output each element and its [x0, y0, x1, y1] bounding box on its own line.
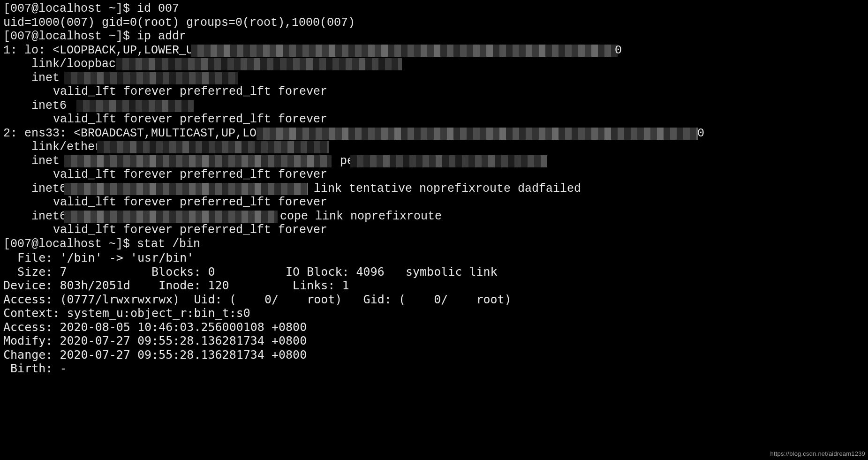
- redacted-trailing-char: 0: [697, 127, 704, 141]
- stat-file: File: '/bin' -> 'usr/bin': [3, 251, 868, 265]
- command-stat: stat /bin: [137, 237, 200, 251]
- watermark-text: https://blog.csdn.net/aidream1239: [770, 450, 865, 457]
- if2-valid1: valid_lft forever preferred_lft forever: [3, 168, 868, 182]
- redacted-block: [97, 141, 329, 153]
- stat-access-perm: Access: (0777/lrwxrwxrwx) Uid: ( 0/ root…: [3, 293, 868, 307]
- if2-inet6b-after-redacted: cope link noprefixroute: [280, 210, 442, 224]
- redacted-block: [191, 45, 618, 57]
- redacted-block: [64, 155, 332, 167]
- if1-link: link/loopback: [3, 57, 868, 71]
- redacted-block: [64, 183, 308, 195]
- stat-birth-time: Birth: -: [3, 362, 868, 376]
- redacted-trailing-char: 0: [615, 44, 622, 58]
- if2-header: 2: ens33: <BROADCAST,MULTICAST,UP,LOWER_…: [3, 127, 868, 141]
- stat-size: Size: 7 Blocks: 0 IO Block: 4096 symboli…: [3, 265, 868, 279]
- prompt-line-3: [007@localhost ~]$ stat /bin: [3, 237, 868, 251]
- if2-inet: inet pe global noprefixroute -33: [3, 154, 868, 168]
- if2-link: link/ether: [3, 140, 868, 154]
- if2-valid2: valid_lft forever preferred_lft forever: [3, 196, 868, 210]
- command-id: id 007: [137, 2, 179, 15]
- stat-modify-time: Modify: 2020-07-27 09:55:28.136281734 +0…: [3, 334, 868, 348]
- if2-valid3: valid_lft forever preferred_lft forever: [3, 223, 868, 237]
- if2-inet6a: inet6 link tentative noprefixroute dadfa…: [3, 182, 868, 196]
- prompt-line-2: [007@localhost ~]$ ip addr: [3, 30, 868, 44]
- prompt-line-1: [007@localhost ~]$ id 007: [3, 2, 868, 16]
- redacted-block: [350, 155, 547, 167]
- stat-context: Context: system_u:object_r:bin_t:s0: [3, 306, 868, 320]
- shell-prompt: [007@localhost ~]$: [3, 30, 137, 43]
- output-id: uid=1000(007) gid=0(root) groups=0(root)…: [3, 16, 868, 30]
- if1-valid1: valid_lft forever preferred_lft forever: [3, 85, 868, 99]
- shell-prompt: [007@localhost ~]$: [3, 237, 137, 251]
- redacted-block: [76, 100, 194, 112]
- shell-prompt: [007@localhost ~]$: [3, 2, 137, 15]
- redacted-block: [64, 72, 238, 84]
- stat-device: Device: 803h/2051d Inode: 120 Links: 1: [3, 279, 868, 293]
- redacted-block: [64, 211, 278, 223]
- if1-header: 1: lo: <LOOPBACK,UP,LOWER_UP> 0: [3, 44, 868, 58]
- redacted-block: [257, 128, 698, 140]
- redacted-block: [116, 58, 402, 70]
- command-ipaddr: ip addr: [137, 30, 186, 43]
- if2-inet6a-after-redacted: link tentative noprefixroute dadfailed: [314, 182, 581, 196]
- stat-change-time: Change: 2020-07-27 09:55:28.136281734 +0…: [3, 348, 868, 362]
- if2-inet6b: inet6 cope link noprefixroute: [3, 210, 868, 224]
- if1-valid2: valid_lft forever preferred_lft forever: [3, 113, 868, 127]
- stat-access-time: Access: 2020-08-05 10:46:03.256000108 +0…: [3, 320, 868, 334]
- if1-inet6: inet6 :: [3, 99, 868, 113]
- if1-inet: inet: [3, 71, 868, 85]
